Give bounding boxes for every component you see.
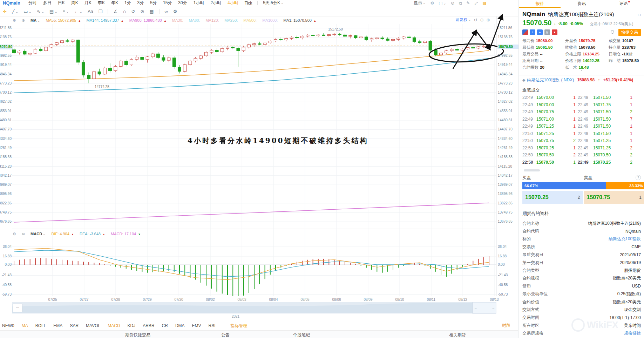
compare-icon[interactable]: ⧉: [459, 1, 462, 6]
timeframe-分时[interactable]: 分时: [28, 0, 37, 6]
indicator-tab-ARBR[interactable]: ARBR: [143, 323, 154, 328]
hide-draw-icon[interactable]: ⊘: [140, 9, 144, 14]
navigator-handle[interactable]: ⋯: [13, 304, 22, 312]
indicator-tab-KDJ[interactable]: KDJ: [128, 323, 136, 328]
timeframe-30分[interactable]: 30分: [178, 0, 187, 6]
timeframe-15分[interactable]: 15分: [163, 0, 172, 6]
scrollbar-thumb[interactable]: [524, 169, 540, 171]
reset-zoom-icon[interactable]: ↺: [474, 18, 477, 22]
adjust-mode-link[interactable]: 前复权⌄: [456, 17, 471, 22]
comment-tool-icon[interactable]: ❑: [99, 9, 103, 14]
display-menu[interactable]: 显示⌄: [414, 0, 426, 6]
refresh-draw-icon[interactable]: ↺: [131, 9, 135, 14]
time-segment-link[interactable]: 时段: [502, 323, 510, 329]
indicator-tab-指标管理[interactable]: 指标管理: [231, 323, 248, 329]
arrow-tool-icon[interactable]: ←⌄: [74, 9, 82, 14]
quick-trade-button[interactable]: 快捷交易: [618, 29, 641, 36]
symbol-selector[interactable]: NQmain: [3, 0, 20, 6]
indicator-tab-BOLL[interactable]: BOLL: [35, 323, 46, 328]
position-tool-icon[interactable]: ⌖⌄: [63, 8, 69, 14]
range-selector[interactable]: 5天:5分K⌄: [263, 0, 284, 6]
index-name-link[interactable]: 纳斯达克100指数: [527, 77, 559, 83]
zoom-in-icon[interactable]: ⊕: [487, 18, 490, 22]
y-axis-label-left: 14334.60: [0, 137, 12, 141]
gear-icon[interactable]: ⚙: [430, 1, 434, 6]
collapse-chevron-icon[interactable]: ⌃: [519, 70, 644, 74]
ma-close-icon[interactable]: ⊗: [22, 18, 25, 23]
timeframe-2小时[interactable]: 2小时: [210, 0, 221, 6]
shape-tool-icon[interactable]: ▭⌄: [23, 9, 32, 14]
delete-draw-icon[interactable]: ▦: [149, 9, 154, 14]
y-axis-label-left: 14480.81: [0, 118, 12, 122]
calendar-icon[interactable]: 月: [544, 29, 550, 35]
indicator-tab-RSI[interactable]: RSI: [209, 323, 216, 328]
alert-bell-icon[interactable]: [610, 30, 615, 35]
x-axis-date: 08/04: [269, 298, 278, 302]
gann-tool-icon[interactable]: ▤⌄: [49, 9, 57, 14]
camera-icon[interactable]: ⊙: [451, 1, 454, 6]
timeframe-日K[interactable]: 日K: [58, 0, 65, 6]
bid-box[interactable]: 15070.25 2: [522, 191, 583, 204]
magnet-icon[interactable]: ∩: [123, 9, 126, 14]
timeframe-Tick[interactable]: Tick: [245, 1, 252, 6]
x-axis-date: 07/29: [143, 298, 151, 302]
edit-icon[interactable]: ✎: [467, 1, 470, 6]
move-tool-icon[interactable]: ✛: [3, 9, 7, 14]
bottom-item-相关期货[interactable]: 相关期货: [449, 332, 466, 338]
indicator-tab-MAVOL[interactable]: MAVOL: [86, 323, 100, 328]
wave-tool-icon[interactable]: ∿⌄: [37, 9, 44, 14]
orderbook-icon[interactable]: ▤: [482, 1, 486, 6]
timeframe-1小时[interactable]: 1小时: [194, 0, 204, 6]
timeframe-3分[interactable]: 3分: [137, 0, 144, 6]
timeframe-5分[interactable]: 5分: [150, 0, 157, 6]
contract-row: 合约类型股指期货: [522, 266, 641, 274]
indicator-tab-CR[interactable]: CR: [162, 323, 168, 328]
navigator-right-arrow[interactable]: →: [492, 306, 495, 310]
indicator-tab-EMV[interactable]: EMV: [192, 323, 201, 328]
timeframe-多日[interactable]: 多日: [43, 0, 52, 6]
us-market-icon[interactable]: [522, 29, 528, 35]
macd-close-icon[interactable]: ⊗: [22, 232, 25, 236]
ma-item: MA60:: [189, 18, 200, 22]
indicator-tab-DMA[interactable]: DMA: [175, 323, 185, 328]
bottom-item-期货快捷交易[interactable]: 期货快捷交易: [125, 332, 150, 338]
zoom-out-icon[interactable]: ⊖: [480, 18, 483, 22]
timeframe-季K[interactable]: 季K: [98, 0, 105, 6]
fullscreen-icon[interactable]: ⤢: [475, 1, 478, 6]
draw-settings-icon[interactable]: ⚙: [173, 9, 177, 14]
timeframe-年K[interactable]: 年K: [111, 0, 118, 6]
line-tool-icon[interactable]: ╱⌄: [12, 9, 18, 14]
timeframe-周K[interactable]: 周K: [71, 0, 78, 6]
indicator-tab-MA[interactable]: MA: [22, 323, 28, 328]
timeframe-4小时[interactable]: 4小时: [228, 0, 238, 6]
price-change: -8.00: [558, 21, 567, 26]
last-price: 15070.50: [522, 19, 551, 27]
mountain-chart-icon[interactable]: ▲: [537, 29, 543, 35]
underlying-index-row[interactable]: ◆ 纳斯达克100指数 (.NDX) 15088.98 ↑ +61.23(+0.…: [522, 77, 641, 83]
panel-tab-评论[interactable]: 评论: [603, 0, 644, 8]
ma-name[interactable]: MA⌄: [30, 18, 40, 22]
timeframe-月K[interactable]: 月K: [84, 0, 91, 6]
indicator-tab-NEW0[interactable]: NEW0: [2, 323, 14, 328]
lightning-trade-icon[interactable]: ⚡: [530, 29, 535, 35]
navigator-left-arrow[interactable]: ←: [474, 306, 477, 310]
panel-tab-报价[interactable]: 报价: [519, 0, 561, 8]
favorite-heart-icon[interactable]: ♥: [552, 29, 557, 35]
indicator-tab-SAR[interactable]: SAR: [70, 323, 79, 328]
timeframe-1分[interactable]: 1分: [124, 0, 131, 6]
macd-name[interactable]: MACD⌄: [30, 232, 46, 236]
indicator-tab-EMA[interactable]: EMA: [53, 323, 62, 328]
help-icon[interactable]: ?: [636, 175, 641, 180]
ask-box[interactable]: 15070.75 1: [584, 191, 644, 204]
angle-tool-icon[interactable]: ∠: [113, 9, 117, 14]
layout-select-icon[interactable]: ▢⌄: [439, 1, 446, 6]
indicator-tab-MACD[interactable]: MACD: [108, 323, 120, 328]
ma-settings-icon[interactable]: ⚙: [13, 18, 16, 23]
link-icon[interactable]: ∞: [165, 9, 168, 14]
bottom-item-个股笔记[interactable]: 个股笔记: [293, 332, 310, 338]
bottom-item-公告[interactable]: 公告: [221, 332, 230, 338]
panel-tab-资讯[interactable]: 资讯: [561, 0, 602, 8]
macd-settings-icon[interactable]: ⚙: [13, 232, 16, 236]
popout-icon[interactable]: ⊡: [638, 13, 641, 17]
text-tool-icon[interactable]: Aa: [88, 9, 93, 14]
